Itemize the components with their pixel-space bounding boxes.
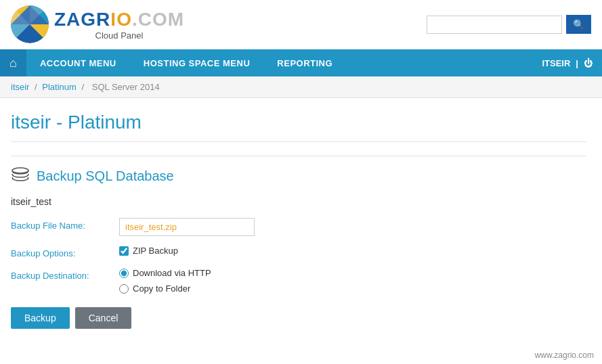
nav-user-area: ITSEIR | ⏻ <box>532 58 602 68</box>
form-row-filename: Backup File Name: <box>11 218 586 236</box>
backup-options-control: ZIP Backup <box>119 246 586 256</box>
zip-backup-row: ZIP Backup <box>119 246 586 256</box>
database-icon <box>11 167 30 185</box>
nav-reporting[interactable]: REPORTING <box>263 49 346 76</box>
nav-hosting-space-menu[interactable]: HOSTING SPACE MENU <box>130 49 264 76</box>
section-title: Backup SQL Database <box>11 167 586 185</box>
header-search: 🔍 <box>427 15 591 34</box>
backup-file-label: Backup File Name: <box>11 218 119 231</box>
logo-area: ZAGRIO.COM Cloud Panel <box>11 5 184 43</box>
dest-http-label: Download via HTTP <box>133 268 211 278</box>
backup-dest-label: Backup Destination: <box>11 268 119 281</box>
cancel-button[interactable]: Cancel <box>75 307 132 329</box>
backup-button[interactable]: Backup <box>11 307 70 329</box>
breadcrumb-sep-2: / <box>82 82 87 92</box>
destination-radio-group: Download via HTTP Copy to Folder <box>119 268 586 294</box>
search-input[interactable] <box>427 16 562 34</box>
svg-point-9 <box>12 168 28 173</box>
header: ZAGRIO.COM Cloud Panel 🔍 <box>0 0 602 49</box>
dest-folder-radio[interactable] <box>119 284 129 294</box>
logo-text: ZAGRIO.COM Cloud Panel <box>54 9 184 41</box>
section-heading: Backup SQL Database <box>37 168 174 184</box>
breadcrumb-itseir[interactable]: itseir <box>11 82 29 92</box>
zip-backup-checkbox[interactable] <box>119 246 129 256</box>
nav-separator: | <box>576 58 578 68</box>
backup-options-label: Backup Options: <box>11 246 119 258</box>
home-icon: ⌂ <box>9 56 17 70</box>
breadcrumb-sep-1: / <box>35 82 39 92</box>
nav-home-button[interactable]: ⌂ <box>0 49 26 76</box>
page-title: itseir - Platinum <box>11 112 586 142</box>
power-icon[interactable]: ⏻ <box>584 58 593 68</box>
navbar: ⌂ ACCOUNT MENU HOSTING SPACE MENU REPORT… <box>0 49 602 76</box>
nav-username: ITSEIR <box>542 58 570 68</box>
breadcrumb-current: SQL Server 2014 <box>92 82 160 92</box>
button-row: Backup Cancel <box>11 307 586 329</box>
footer: www.zagrio.com <box>527 346 602 364</box>
nav-account-menu[interactable]: ACCOUNT MENU <box>26 49 130 76</box>
form-row-destination: Backup Destination: Download via HTTP Co… <box>11 268 586 294</box>
backup-dest-control: Download via HTTP Copy to Folder <box>119 268 586 294</box>
brand-name: ZAGRIO.COM <box>54 9 184 30</box>
breadcrumb-platinum[interactable]: Platinum <box>42 82 77 92</box>
logo-image <box>11 5 49 43</box>
page-content: itseir - Platinum Backup SQL Database it… <box>0 98 602 342</box>
breadcrumb: itseir / Platinum / SQL Server 2014 <box>0 76 602 98</box>
dest-http-radio[interactable] <box>119 269 129 278</box>
zip-backup-label: ZIP Backup <box>133 246 178 256</box>
backup-file-control <box>119 218 586 236</box>
dest-http-row: Download via HTTP <box>119 268 586 278</box>
dest-folder-row: Copy to Folder <box>119 283 586 294</box>
dest-folder-label: Copy to Folder <box>133 283 190 294</box>
backup-file-input[interactable] <box>119 218 255 236</box>
database-name: itseir_test <box>11 196 586 207</box>
form-row-options: Backup Options: ZIP Backup <box>11 246 586 258</box>
footer-url: www.zagrio.com <box>535 350 594 360</box>
brand-subtitle: Cloud Panel <box>54 30 184 41</box>
search-button[interactable]: 🔍 <box>566 15 591 34</box>
